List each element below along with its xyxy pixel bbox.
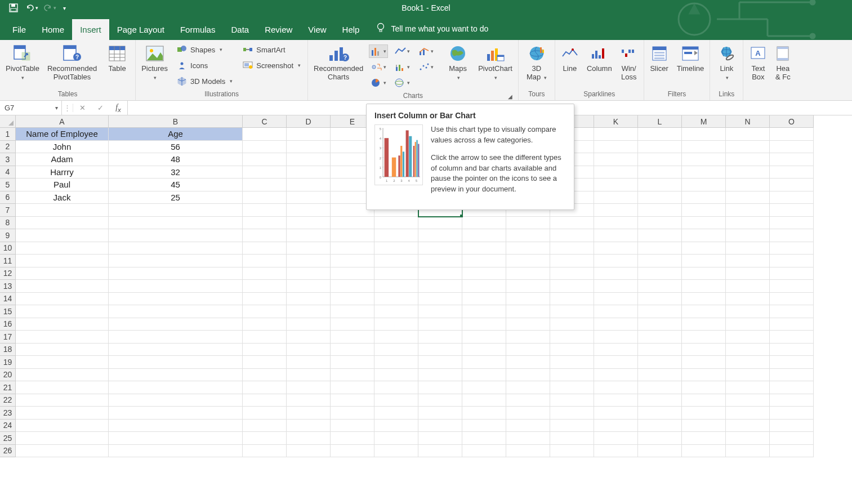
cell-K26[interactable] [594,445,638,458]
cell-F16[interactable] [374,318,418,331]
cell-A6[interactable]: Jack [16,191,109,204]
cell-J19[interactable] [550,356,594,369]
cell-J10[interactable] [550,242,594,255]
cell-N13[interactable] [726,280,770,293]
cell-L22[interactable] [638,394,682,407]
cell-N1[interactable] [726,128,770,141]
cell-M1[interactable] [682,128,726,141]
cell-E18[interactable] [331,344,374,356]
cell-B25[interactable] [109,432,243,445]
cell-N14[interactable] [726,293,770,306]
cell-M8[interactable] [682,217,726,230]
cell-N26[interactable] [726,445,770,458]
cell-K15[interactable] [594,305,638,318]
row-header-8[interactable]: 8 [0,217,16,230]
cell-N10[interactable] [726,242,770,255]
cell-L17[interactable] [638,331,682,344]
cell-E12[interactable] [331,267,374,280]
cell-H8[interactable] [462,217,506,230]
cell-E22[interactable] [331,394,374,407]
cell-G17[interactable] [418,331,462,344]
cell-E17[interactable] [331,331,374,344]
cell-C2[interactable] [243,141,287,154]
cell-I21[interactable] [506,381,550,394]
cell-F22[interactable] [374,394,418,407]
cell-H24[interactable] [462,420,506,432]
cell-C15[interactable] [243,305,287,318]
cell-L1[interactable] [638,128,682,141]
cell-C10[interactable] [243,242,287,255]
cell-I10[interactable] [506,242,550,255]
cell-F18[interactable] [374,344,418,356]
cell-B13[interactable] [109,280,243,293]
tell-me-search[interactable]: Tell me what you want to do [376,23,488,40]
column-header-A[interactable]: A [16,115,109,128]
cell-H13[interactable] [462,280,506,293]
cell-F13[interactable] [374,280,418,293]
cell-G14[interactable] [418,293,462,306]
cell-D15[interactable] [287,305,331,318]
tab-help[interactable]: Help [334,19,368,40]
cell-O13[interactable] [770,280,814,293]
cell-C20[interactable] [243,369,287,382]
cell-D10[interactable] [287,242,331,255]
cell-D5[interactable] [287,179,331,191]
cell-L21[interactable] [638,381,682,394]
cell-E14[interactable] [331,293,374,306]
cell-B10[interactable] [109,242,243,255]
row-header-20[interactable]: 20 [0,369,16,382]
column-header-K[interactable]: K [594,115,638,128]
cell-L25[interactable] [638,432,682,445]
column-chart-button[interactable]: ▾ [369,44,388,58]
cell-N7[interactable] [726,204,770,217]
row-header-25[interactable]: 25 [0,432,16,445]
cell-I23[interactable] [506,407,550,420]
cell-H23[interactable] [462,407,506,420]
maps-button[interactable]: Maps▾ [443,42,472,83]
cell-B6[interactable]: 25 [109,191,243,204]
cell-H11[interactable] [462,255,506,267]
enter-formula-button[interactable]: ✓ [91,104,109,112]
cell-E23[interactable] [331,407,374,420]
cell-M25[interactable] [682,432,726,445]
cell-L14[interactable] [638,293,682,306]
cell-K16[interactable] [594,318,638,331]
cell-B19[interactable] [109,356,243,369]
cell-A21[interactable] [16,381,109,394]
cell-F9[interactable] [374,229,418,242]
cell-D7[interactable] [287,204,331,217]
cell-N4[interactable] [726,166,770,179]
cell-G26[interactable] [418,445,462,458]
cell-D21[interactable] [287,381,331,394]
cell-M7[interactable] [682,204,726,217]
cell-D9[interactable] [287,229,331,242]
cell-B20[interactable] [109,369,243,382]
cell-I16[interactable] [506,318,550,331]
cell-I22[interactable] [506,394,550,407]
cell-C21[interactable] [243,381,287,394]
cell-D23[interactable] [287,407,331,420]
cell-J20[interactable] [550,369,594,382]
cell-K8[interactable] [594,217,638,230]
cell-L18[interactable] [638,344,682,356]
cell-D17[interactable] [287,331,331,344]
cell-B4[interactable]: 32 [109,166,243,179]
cell-O14[interactable] [770,293,814,306]
column-header-D[interactable]: D [287,115,331,128]
statistic-chart-button[interactable]: ▾ [392,60,412,74]
icons-button[interactable]: Icons [173,58,236,73]
cell-J21[interactable] [550,381,594,394]
cell-O15[interactable] [770,305,814,318]
cell-H20[interactable] [462,369,506,382]
tab-file[interactable]: File [5,19,34,40]
tab-home[interactable]: Home [34,19,72,40]
cell-N12[interactable] [726,267,770,280]
cell-F15[interactable] [374,305,418,318]
row-header-5[interactable]: 5 [0,179,16,191]
cell-M3[interactable] [682,153,726,166]
cell-O18[interactable] [770,344,814,356]
cell-C24[interactable] [243,420,287,432]
cell-K23[interactable] [594,407,638,420]
cell-O8[interactable] [770,217,814,230]
cell-F10[interactable] [374,242,418,255]
